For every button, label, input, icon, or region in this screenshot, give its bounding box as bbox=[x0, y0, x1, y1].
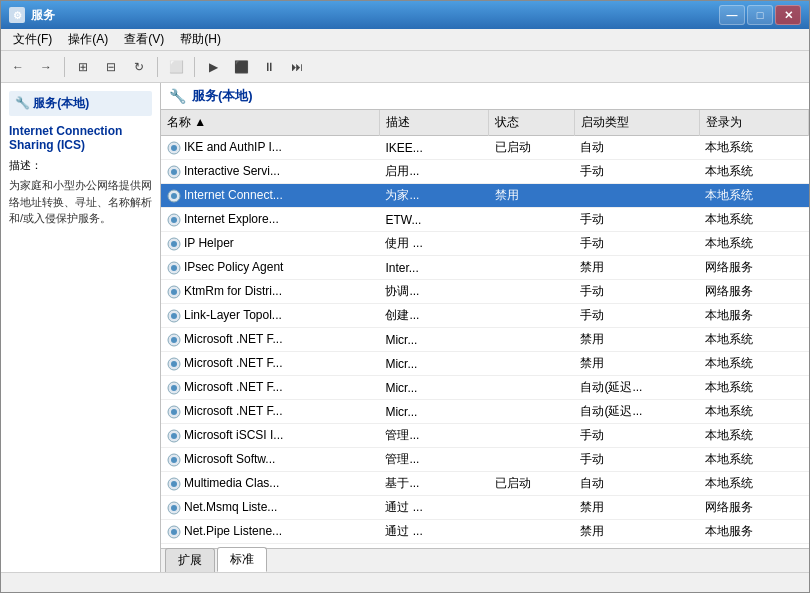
service-startup-cell: 手动 bbox=[574, 424, 699, 448]
back-button[interactable]: ← bbox=[5, 55, 31, 79]
table-row[interactable]: Internet Connect... 为家... 禁用 本地系统 bbox=[161, 184, 809, 208]
service-icon bbox=[167, 141, 181, 155]
service-startup-cell bbox=[574, 184, 699, 208]
service-login-cell: 网络服务 bbox=[699, 496, 808, 520]
service-icon bbox=[167, 525, 181, 539]
svg-point-19 bbox=[171, 361, 177, 367]
menu-bar: 文件(F) 操作(A) 查看(V) 帮助(H) bbox=[1, 29, 809, 51]
col-login[interactable]: 登录为 bbox=[699, 110, 808, 136]
svg-point-27 bbox=[171, 457, 177, 463]
service-icon bbox=[167, 357, 181, 371]
table-row[interactable]: KtmRm for Distri... 协调... 手动 网络服务 bbox=[161, 280, 809, 304]
table-row[interactable]: IKE and AuthIP I... IKEE... 已启动 自动 本地系统 bbox=[161, 136, 809, 160]
col-status[interactable]: 状态 bbox=[489, 110, 575, 136]
service-description: 为家庭和小型办公网络提供网络地址转换、寻址、名称解析和/或入侵保护服务。 bbox=[9, 177, 152, 227]
table-row[interactable]: Microsoft iSCSI I... 管理... 手动 本地系统 bbox=[161, 424, 809, 448]
restart-button[interactable]: ⏭ bbox=[284, 55, 310, 79]
service-icon bbox=[167, 405, 181, 419]
properties-button[interactable]: ⬜ bbox=[163, 55, 189, 79]
service-login-cell: 本地系统 bbox=[699, 232, 808, 256]
service-desc-cell: Micr... bbox=[379, 376, 488, 400]
service-status-cell bbox=[489, 208, 575, 232]
table-row[interactable]: IP Helper 使用 ... 手动 本地系统 bbox=[161, 232, 809, 256]
table-row[interactable]: Net.Msmq Liste... 通过 ... 禁用 网络服务 bbox=[161, 496, 809, 520]
service-icon bbox=[167, 309, 181, 323]
col-startup[interactable]: 启动类型 bbox=[574, 110, 699, 136]
service-status-cell bbox=[489, 160, 575, 184]
table-row[interactable]: Microsoft .NET F... Micr... 禁用 本地系统 bbox=[161, 328, 809, 352]
service-desc-cell: Micr... bbox=[379, 328, 488, 352]
service-status-cell: 禁用 bbox=[489, 184, 575, 208]
svg-point-33 bbox=[171, 529, 177, 535]
table-row[interactable]: Link-Layer Topol... 创建... 手动 本地服务 bbox=[161, 304, 809, 328]
service-desc-cell: 管理... bbox=[379, 424, 488, 448]
table-row[interactable]: Multimedia Clas... 基于... 已启动 自动 本地系统 bbox=[161, 472, 809, 496]
tab-expand[interactable]: 扩展 bbox=[165, 548, 215, 572]
col-name[interactable]: 名称 ▲ bbox=[161, 110, 379, 136]
svg-point-15 bbox=[171, 313, 177, 319]
window-title: 服务 bbox=[31, 7, 719, 24]
table-row[interactable]: Microsoft Softw... 管理... 手动 本地系统 bbox=[161, 448, 809, 472]
table-row[interactable]: Net.Pipe Listene... 通过 ... 禁用 本地服务 bbox=[161, 520, 809, 544]
service-desc-cell: 管理... bbox=[379, 448, 488, 472]
table-row[interactable]: Interactive Servi... 启用... 手动 本地系统 bbox=[161, 160, 809, 184]
close-button[interactable]: ✕ bbox=[775, 5, 801, 25]
service-icon bbox=[167, 261, 181, 275]
refresh-button[interactable]: ↻ bbox=[126, 55, 152, 79]
table-row[interactable]: IPsec Policy Agent Inter... 禁用 网络服务 bbox=[161, 256, 809, 280]
service-name-cell: Multimedia Clas... bbox=[161, 472, 379, 496]
service-startup-cell: 禁用 bbox=[574, 328, 699, 352]
table-row[interactable]: Microsoft .NET F... Micr... 自动(延迟... 本地系… bbox=[161, 376, 809, 400]
service-desc-cell: Micr... bbox=[379, 352, 488, 376]
service-status-cell bbox=[489, 376, 575, 400]
service-startup-cell: 禁用 bbox=[574, 256, 699, 280]
table-row[interactable]: Microsoft .NET F... Micr... 自动(延迟... 本地系… bbox=[161, 400, 809, 424]
pause-button[interactable]: ⏸ bbox=[256, 55, 282, 79]
table-row[interactable]: Internet Explore... ETW... 手动 本地系统 bbox=[161, 208, 809, 232]
menu-view[interactable]: 查看(V) bbox=[116, 29, 172, 50]
service-icon bbox=[167, 285, 181, 299]
show-hide-button[interactable]: ⊞ bbox=[70, 55, 96, 79]
stop-button[interactable]: ⬛ bbox=[228, 55, 254, 79]
service-desc-cell: 通过 ... bbox=[379, 496, 488, 520]
tab-standard[interactable]: 标准 bbox=[217, 547, 267, 572]
table-row[interactable]: Microsoft .NET F... Micr... 禁用 本地系统 bbox=[161, 352, 809, 376]
right-panel-header: 🔧 服务(本地) bbox=[161, 83, 809, 110]
service-login-cell: 本地系统 bbox=[699, 328, 808, 352]
forward-button[interactable]: → bbox=[33, 55, 59, 79]
service-desc-cell: 创建... bbox=[379, 304, 488, 328]
separator-1 bbox=[64, 57, 65, 77]
export-button[interactable]: ⊟ bbox=[98, 55, 124, 79]
menu-action[interactable]: 操作(A) bbox=[60, 29, 116, 50]
service-name-cell: Net.Pipe Listene... bbox=[161, 520, 379, 544]
svg-point-5 bbox=[171, 193, 177, 199]
menu-file[interactable]: 文件(F) bbox=[5, 29, 60, 50]
service-name-cell: IP Helper bbox=[161, 232, 379, 256]
svg-point-7 bbox=[171, 217, 177, 223]
service-login-cell: 本地服务 bbox=[699, 304, 808, 328]
service-login-cell: 本地系统 bbox=[699, 160, 808, 184]
menu-help[interactable]: 帮助(H) bbox=[172, 29, 229, 50]
service-desc-cell: 为家... bbox=[379, 184, 488, 208]
service-status-cell bbox=[489, 304, 575, 328]
service-desc-cell: Micr... bbox=[379, 400, 488, 424]
service-status-cell bbox=[489, 448, 575, 472]
minimize-button[interactable]: — bbox=[719, 5, 745, 25]
service-desc-cell: 基于... bbox=[379, 472, 488, 496]
service-name-cell: Microsoft iSCSI I... bbox=[161, 424, 379, 448]
svg-point-29 bbox=[171, 481, 177, 487]
service-login-cell: 网络服务 bbox=[699, 256, 808, 280]
service-name-cell: Microsoft .NET F... bbox=[161, 328, 379, 352]
service-startup-cell: 自动 bbox=[574, 472, 699, 496]
maximize-button[interactable]: □ bbox=[747, 5, 773, 25]
service-status-cell bbox=[489, 400, 575, 424]
service-status-cell bbox=[489, 256, 575, 280]
col-desc[interactable]: 描述 bbox=[379, 110, 488, 136]
service-icon bbox=[167, 165, 181, 179]
service-startup-cell: 手动 bbox=[574, 160, 699, 184]
status-bar bbox=[1, 572, 809, 592]
right-panel-title: 服务(本地) bbox=[192, 87, 253, 105]
service-name-cell: IPsec Policy Agent bbox=[161, 256, 379, 280]
service-table[interactable]: 名称 ▲ 描述 状态 启动类型 登录为 IKE and AuthIP I... … bbox=[161, 110, 809, 548]
play-button[interactable]: ▶ bbox=[200, 55, 226, 79]
